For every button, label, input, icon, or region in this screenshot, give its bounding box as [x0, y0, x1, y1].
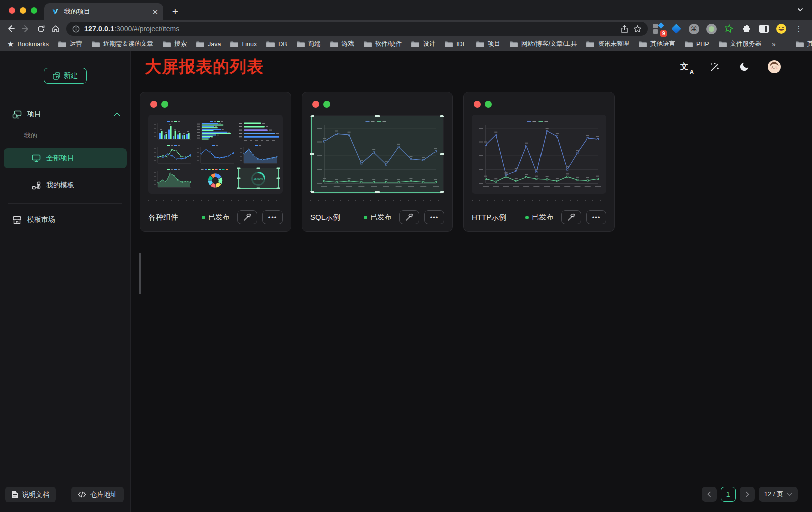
project-name: SQL示例: [310, 213, 340, 222]
extension-grid-icon[interactable]: 9: [653, 23, 665, 35]
reload-button[interactable]: [33, 22, 48, 36]
folder-icon: [364, 41, 372, 47]
bookmark-star-icon[interactable]: [633, 25, 642, 33]
folder-icon: [586, 41, 594, 47]
share-icon[interactable]: [620, 25, 629, 33]
bookmark-folder[interactable]: 设计: [411, 40, 435, 48]
status-badge: 已发布: [364, 213, 391, 222]
project-thumbnail[interactable]: 25.00%: [148, 115, 283, 194]
repository-button[interactable]: 仓库地址: [71, 487, 124, 502]
next-page-button[interactable]: [740, 487, 755, 502]
mini-chart: [194, 143, 236, 166]
ellipsis-icon: •••: [430, 214, 439, 221]
folder-icon: [719, 41, 727, 47]
browser-toolbar: 127.0.0.1:3000/#/project/items 9 ⌘: [0, 20, 812, 37]
red-dot: [474, 101, 481, 108]
forward-button[interactable]: [18, 22, 33, 36]
sidebar-item-template-market[interactable]: 模板市场: [4, 210, 127, 230]
folder-icon: [163, 41, 171, 47]
header-icons: 文A: [678, 60, 781, 73]
bookmark-folder[interactable]: 近期需要读的文章: [92, 40, 153, 48]
extension-gem-icon[interactable]: [670, 23, 682, 35]
hammer-icon: [243, 213, 251, 221]
new-project-button[interactable]: 新建: [44, 68, 87, 84]
bookmark-folder[interactable]: Java: [196, 41, 221, 48]
site-favicon: [51, 8, 59, 16]
minimize-window-button[interactable]: [20, 7, 26, 14]
hammer-icon: [567, 213, 575, 221]
prev-page-button[interactable]: [702, 487, 717, 502]
edit-project-button[interactable]: [237, 210, 257, 224]
bookmark-folder[interactable]: 文件服务器: [719, 40, 762, 48]
folder-icon: [297, 41, 305, 47]
bookmarks-overflow-chevron[interactable]: »: [771, 40, 777, 48]
page-size-select[interactable]: 12 / 页: [759, 487, 798, 502]
bookmark-folder[interactable]: PHP: [685, 41, 709, 48]
bookmark-folder[interactable]: 项目: [476, 40, 500, 48]
tab-close-icon[interactable]: ✕: [152, 8, 158, 16]
mini-chart: [151, 143, 193, 166]
url-text: 127.0.0.1:3000/#/project/items: [84, 25, 179, 33]
bookmark-folder[interactable]: 软件/硬件: [364, 40, 402, 48]
bookmark-folder[interactable]: 资讯未整理: [586, 40, 629, 48]
edit-project-button[interactable]: [561, 210, 581, 224]
new-tab-button[interactable]: +: [168, 5, 182, 19]
magic-wand-icon[interactable]: [708, 60, 721, 73]
extension-star-icon[interactable]: [723, 23, 735, 35]
page-info-icon[interactable]: [72, 25, 80, 33]
folder-icon: [796, 41, 804, 47]
card-window-dots: [148, 98, 283, 108]
extension-record-icon[interactable]: [705, 23, 717, 35]
extensions-puzzle-icon[interactable]: [740, 23, 752, 35]
other-bookmarks[interactable]: 其他书签: [796, 40, 812, 48]
extension-command-icon[interactable]: ⌘: [688, 23, 700, 35]
docs-button[interactable]: 说明文档: [5, 487, 56, 502]
project-thumbnail[interactable]: [472, 115, 606, 194]
language-icon[interactable]: 文A: [678, 60, 691, 73]
card-footer: SQL示例 已发布 •••: [310, 210, 444, 224]
mini-chart: [237, 143, 280, 166]
home-button[interactable]: [48, 22, 63, 36]
app-window: 新建 项目 我的 全部项目: [0, 51, 812, 512]
bookmark-folder[interactable]: 前端: [297, 40, 321, 48]
zoom-window-button[interactable]: [31, 7, 37, 14]
bookmarks-root[interactable]: ★ Bookmarks: [7, 40, 49, 49]
bookmark-folder[interactable]: 运营: [58, 40, 82, 48]
mini-chart: [194, 167, 236, 190]
user-avatar[interactable]: [768, 60, 781, 73]
folder-icon: [230, 41, 238, 47]
more-actions-button[interactable]: •••: [262, 210, 283, 224]
tab-search-chevron-icon[interactable]: [797, 6, 804, 15]
sidebar-section-project[interactable]: 项目: [0, 99, 130, 119]
mini-chart: [194, 119, 236, 142]
url-bar[interactable]: 127.0.0.1:3000/#/project/items: [66, 22, 648, 36]
folder-icon: [58, 41, 66, 47]
bookmark-folder[interactable]: IDE: [445, 41, 467, 48]
content-scrollbar[interactable]: [139, 253, 141, 294]
bookmark-folder[interactable]: 游戏: [330, 40, 354, 48]
current-page-button[interactable]: 1: [721, 487, 736, 502]
bookmark-folder[interactable]: 网站/博客/文章/工具: [510, 40, 577, 48]
close-window-button[interactable]: [9, 7, 15, 14]
sidebar-item-my-templates[interactable]: 我的模板: [4, 175, 127, 195]
bookmark-folder[interactable]: 搜索: [163, 40, 187, 48]
dark-mode-moon-icon[interactable]: [738, 60, 751, 73]
more-actions-button[interactable]: •••: [424, 210, 444, 224]
sidebar: 新建 项目 我的 全部项目: [0, 51, 131, 512]
browser-menu-icon[interactable]: ⋮: [793, 23, 805, 35]
back-button[interactable]: [3, 22, 18, 36]
bookmark-folder[interactable]: DB: [266, 41, 287, 48]
edit-project-button[interactable]: [399, 210, 419, 224]
ellipsis-icon: •••: [592, 214, 601, 221]
bookmark-folder[interactable]: Linux: [230, 41, 257, 48]
sidebar-divider: [8, 203, 122, 204]
browser-tab[interactable]: 我的项目 ✕: [44, 3, 163, 20]
side-panel-icon[interactable]: [758, 23, 770, 35]
sidebar-item-all-projects[interactable]: 全部项目: [4, 148, 127, 168]
project-thumbnail[interactable]: [310, 115, 444, 194]
store-icon: [12, 216, 22, 224]
profile-avatar-icon[interactable]: [775, 23, 787, 35]
more-actions-button[interactable]: •••: [586, 210, 606, 224]
copy-plus-icon: [53, 72, 60, 80]
bookmark-folder[interactable]: 其他语言: [639, 40, 675, 48]
